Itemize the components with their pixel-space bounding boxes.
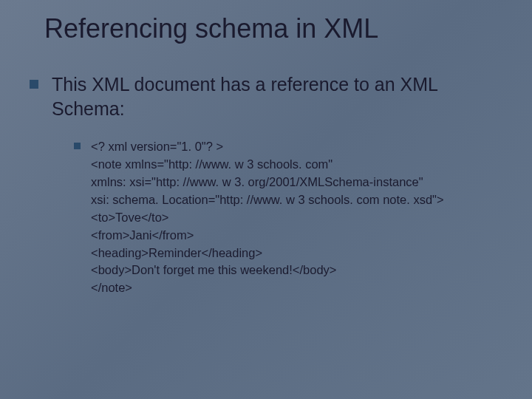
code-line: xsi: schema. Location="http: //www. w 3 … bbox=[91, 191, 444, 209]
sub-bullet-row: <? xml version="1. 0"? > <note xmlns="ht… bbox=[74, 138, 502, 297]
code-line: <heading>Reminder</heading> bbox=[91, 245, 444, 262]
code-line: xmlns: xsi="http: //www. w 3. org/2001/X… bbox=[91, 174, 444, 191]
main-bullet-row: This XML document has a reference to an … bbox=[30, 72, 502, 120]
code-line: <body>Don't forget me this weekend!</bod… bbox=[91, 262, 444, 279]
bullet-icon bbox=[74, 143, 81, 149]
code-block: <? xml version="1. 0"? > <note xmlns="ht… bbox=[91, 138, 444, 297]
code-line: </note> bbox=[91, 279, 444, 297]
slide-title: Referencing schema in XML bbox=[44, 13, 502, 44]
code-line: <note xmlns="http: //www. w 3 schools. c… bbox=[91, 156, 444, 174]
code-line: <? xml version="1. 0"? > bbox=[91, 138, 444, 156]
slide-container: Referencing schema in XML This XML docum… bbox=[0, 0, 532, 319]
bullet-icon bbox=[30, 80, 38, 89]
code-line: <from>Jani</from> bbox=[91, 227, 444, 245]
main-bullet-text: This XML document has a reference to an … bbox=[52, 72, 502, 120]
code-line: <to>Tove</to> bbox=[91, 209, 444, 227]
